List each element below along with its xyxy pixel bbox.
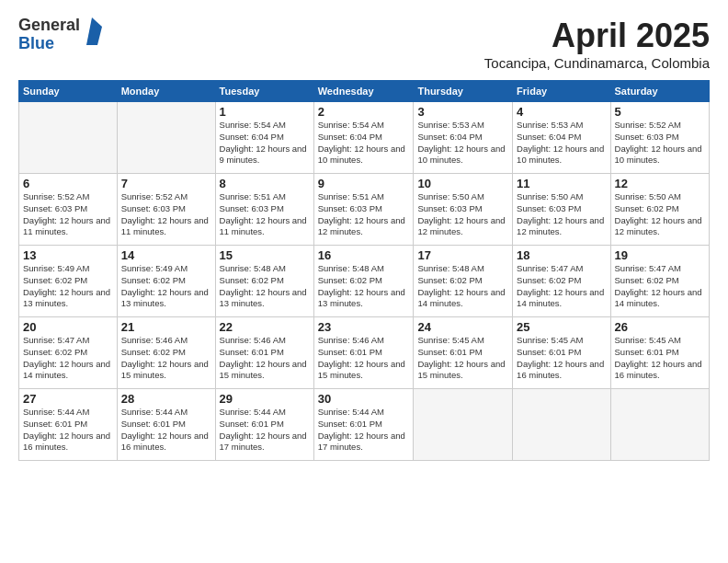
calendar-cell: 8Sunrise: 5:51 AM Sunset: 6:03 PM Daylig… bbox=[215, 174, 313, 246]
day-number: 1 bbox=[220, 105, 310, 119]
calendar-cell: 12Sunrise: 5:50 AM Sunset: 6:02 PM Dayli… bbox=[610, 174, 709, 246]
logo: General Blue bbox=[18, 17, 102, 53]
page: General Blue April 2025 Tocancipa, Cundi… bbox=[0, 0, 728, 563]
day-number: 4 bbox=[517, 105, 606, 119]
calendar-table: Sunday Monday Tuesday Wednesday Thursday… bbox=[18, 80, 710, 461]
day-number: 18 bbox=[517, 248, 606, 262]
day-number: 24 bbox=[417, 320, 508, 334]
calendar-cell: 16Sunrise: 5:48 AM Sunset: 6:02 PM Dayli… bbox=[313, 246, 414, 317]
calendar-cell: 29Sunrise: 5:44 AM Sunset: 6:01 PM Dayli… bbox=[215, 389, 313, 461]
calendar-cell bbox=[513, 389, 610, 461]
logo-general: General bbox=[18, 16, 80, 34]
day-number: 13 bbox=[23, 248, 113, 262]
day-info: Sunrise: 5:47 AM Sunset: 6:02 PM Dayligh… bbox=[615, 263, 705, 310]
day-info: Sunrise: 5:48 AM Sunset: 6:02 PM Dayligh… bbox=[417, 263, 508, 310]
day-number: 23 bbox=[318, 320, 410, 334]
day-number: 2 bbox=[318, 105, 410, 119]
day-info: Sunrise: 5:51 AM Sunset: 6:03 PM Dayligh… bbox=[318, 191, 410, 238]
header-friday: Friday bbox=[513, 81, 610, 102]
day-number: 15 bbox=[220, 248, 310, 262]
calendar-cell: 21Sunrise: 5:46 AM Sunset: 6:02 PM Dayli… bbox=[117, 317, 215, 389]
logo-blue: Blue bbox=[18, 34, 54, 52]
calendar-cell: 27Sunrise: 5:44 AM Sunset: 6:01 PM Dayli… bbox=[19, 389, 118, 461]
day-number: 20 bbox=[23, 320, 113, 334]
day-number: 16 bbox=[318, 248, 410, 262]
header-sunday: Sunday bbox=[19, 81, 118, 102]
calendar-cell: 18Sunrise: 5:47 AM Sunset: 6:02 PM Dayli… bbox=[513, 246, 610, 317]
day-info: Sunrise: 5:50 AM Sunset: 6:02 PM Dayligh… bbox=[615, 191, 705, 238]
calendar-cell: 1Sunrise: 5:54 AM Sunset: 6:04 PM Daylig… bbox=[215, 102, 313, 174]
calendar-cell: 23Sunrise: 5:46 AM Sunset: 6:01 PM Dayli… bbox=[313, 317, 414, 389]
calendar-cell: 22Sunrise: 5:46 AM Sunset: 6:01 PM Dayli… bbox=[215, 317, 313, 389]
day-number: 30 bbox=[318, 392, 410, 406]
day-info: Sunrise: 5:54 AM Sunset: 6:04 PM Dayligh… bbox=[318, 120, 410, 167]
day-info: Sunrise: 5:50 AM Sunset: 6:03 PM Dayligh… bbox=[517, 191, 606, 238]
day-info: Sunrise: 5:44 AM Sunset: 6:01 PM Dayligh… bbox=[121, 407, 211, 454]
calendar-cell: 13Sunrise: 5:49 AM Sunset: 6:02 PM Dayli… bbox=[19, 246, 118, 317]
calendar-cell: 11Sunrise: 5:50 AM Sunset: 6:03 PM Dayli… bbox=[513, 174, 610, 246]
calendar-cell: 26Sunrise: 5:45 AM Sunset: 6:01 PM Dayli… bbox=[610, 317, 709, 389]
calendar-week-3: 20Sunrise: 5:47 AM Sunset: 6:02 PM Dayli… bbox=[19, 317, 710, 389]
day-number: 14 bbox=[121, 248, 211, 262]
month-title: April 2025 bbox=[484, 17, 710, 55]
day-info: Sunrise: 5:48 AM Sunset: 6:02 PM Dayligh… bbox=[318, 263, 410, 310]
day-info: Sunrise: 5:54 AM Sunset: 6:04 PM Dayligh… bbox=[220, 120, 310, 167]
day-number: 5 bbox=[615, 105, 705, 119]
calendar-cell: 24Sunrise: 5:45 AM Sunset: 6:01 PM Dayli… bbox=[414, 317, 513, 389]
header-tuesday: Tuesday bbox=[215, 81, 313, 102]
calendar-cell: 6Sunrise: 5:52 AM Sunset: 6:03 PM Daylig… bbox=[19, 174, 118, 246]
calendar-cell: 20Sunrise: 5:47 AM Sunset: 6:02 PM Dayli… bbox=[19, 317, 118, 389]
calendar-cell bbox=[610, 389, 709, 461]
calendar-week-0: 1Sunrise: 5:54 AM Sunset: 6:04 PM Daylig… bbox=[19, 102, 710, 174]
header: General Blue April 2025 Tocancipa, Cundi… bbox=[18, 17, 710, 71]
header-saturday: Saturday bbox=[610, 81, 709, 102]
day-info: Sunrise: 5:44 AM Sunset: 6:01 PM Dayligh… bbox=[23, 407, 113, 454]
header-monday: Monday bbox=[117, 81, 215, 102]
calendar-cell: 9Sunrise: 5:51 AM Sunset: 6:03 PM Daylig… bbox=[313, 174, 414, 246]
calendar-cell: 10Sunrise: 5:50 AM Sunset: 6:03 PM Dayli… bbox=[414, 174, 513, 246]
day-info: Sunrise: 5:52 AM Sunset: 6:03 PM Dayligh… bbox=[615, 120, 705, 167]
calendar-header-row: Sunday Monday Tuesday Wednesday Thursday… bbox=[19, 81, 710, 102]
day-info: Sunrise: 5:50 AM Sunset: 6:03 PM Dayligh… bbox=[417, 191, 508, 238]
day-number: 7 bbox=[121, 177, 211, 190]
day-number: 3 bbox=[417, 105, 508, 119]
calendar-cell: 25Sunrise: 5:45 AM Sunset: 6:01 PM Dayli… bbox=[513, 317, 610, 389]
day-number: 26 bbox=[615, 320, 705, 334]
day-number: 12 bbox=[615, 177, 705, 190]
calendar-cell: 30Sunrise: 5:44 AM Sunset: 6:01 PM Dayli… bbox=[313, 389, 414, 461]
calendar-week-4: 27Sunrise: 5:44 AM Sunset: 6:01 PM Dayli… bbox=[19, 389, 710, 461]
calendar-cell: 5Sunrise: 5:52 AM Sunset: 6:03 PM Daylig… bbox=[610, 102, 709, 174]
calendar-cell: 19Sunrise: 5:47 AM Sunset: 6:02 PM Dayli… bbox=[610, 246, 709, 317]
day-number: 25 bbox=[517, 320, 606, 334]
title-block: April 2025 Tocancipa, Cundinamarca, Colo… bbox=[484, 17, 710, 71]
day-number: 6 bbox=[23, 177, 113, 190]
day-number: 22 bbox=[220, 320, 310, 334]
day-info: Sunrise: 5:44 AM Sunset: 6:01 PM Dayligh… bbox=[318, 407, 410, 454]
day-info: Sunrise: 5:53 AM Sunset: 6:04 PM Dayligh… bbox=[417, 120, 508, 167]
calendar-cell bbox=[19, 102, 118, 174]
day-info: Sunrise: 5:45 AM Sunset: 6:01 PM Dayligh… bbox=[615, 335, 705, 382]
header-thursday: Thursday bbox=[414, 81, 513, 102]
logo-icon bbox=[82, 17, 102, 45]
day-info: Sunrise: 5:51 AM Sunset: 6:03 PM Dayligh… bbox=[220, 191, 310, 238]
day-info: Sunrise: 5:45 AM Sunset: 6:01 PM Dayligh… bbox=[417, 335, 508, 382]
calendar-cell: 2Sunrise: 5:54 AM Sunset: 6:04 PM Daylig… bbox=[313, 102, 414, 174]
calendar-week-1: 6Sunrise: 5:52 AM Sunset: 6:03 PM Daylig… bbox=[19, 174, 710, 246]
calendar-cell: 7Sunrise: 5:52 AM Sunset: 6:03 PM Daylig… bbox=[117, 174, 215, 246]
calendar-cell bbox=[414, 389, 513, 461]
day-info: Sunrise: 5:53 AM Sunset: 6:04 PM Dayligh… bbox=[517, 120, 606, 167]
header-wednesday: Wednesday bbox=[313, 81, 414, 102]
day-number: 8 bbox=[220, 177, 310, 190]
day-number: 19 bbox=[615, 248, 705, 262]
calendar-cell: 14Sunrise: 5:49 AM Sunset: 6:02 PM Dayli… bbox=[117, 246, 215, 317]
day-number: 27 bbox=[23, 392, 113, 406]
calendar-cell: 15Sunrise: 5:48 AM Sunset: 6:02 PM Dayli… bbox=[215, 246, 313, 317]
day-info: Sunrise: 5:47 AM Sunset: 6:02 PM Dayligh… bbox=[23, 335, 113, 382]
day-number: 17 bbox=[417, 248, 508, 262]
day-number: 28 bbox=[121, 392, 211, 406]
day-info: Sunrise: 5:48 AM Sunset: 6:02 PM Dayligh… bbox=[220, 263, 310, 310]
day-info: Sunrise: 5:52 AM Sunset: 6:03 PM Dayligh… bbox=[23, 191, 113, 238]
location-title: Tocancipa, Cundinamarca, Colombia bbox=[484, 55, 710, 71]
day-info: Sunrise: 5:46 AM Sunset: 6:01 PM Dayligh… bbox=[220, 335, 310, 382]
calendar-cell bbox=[117, 102, 215, 174]
